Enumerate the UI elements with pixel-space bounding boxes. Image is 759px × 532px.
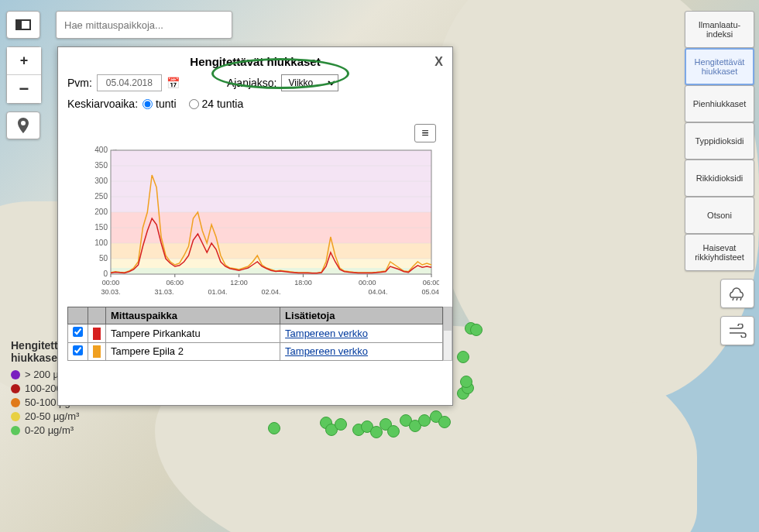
table-row: Tampere Pirkankatu Tampereen verkko	[68, 324, 443, 343]
layer-button-1[interactable]: Hengitettävät hiukkaset	[685, 48, 754, 85]
svg-text:18:00: 18:00	[294, 279, 312, 287]
series-color-swatch	[93, 328, 101, 340]
svg-text:100: 100	[94, 239, 108, 247]
layer-button-2[interactable]: Pienhiukkaset	[685, 85, 754, 122]
dialog-title: Hengitettävät hiukkaset	[190, 55, 320, 68]
legend-title-2: hiukkaset	[11, 352, 61, 364]
zoom-out-button[interactable]: −	[7, 75, 41, 103]
search-input[interactable]	[56, 11, 232, 39]
locate-button[interactable]	[6, 112, 40, 139]
fullscreen-icon	[15, 19, 31, 30]
fullscreen-button[interactable]	[6, 11, 40, 39]
period-select[interactable]: Viikko	[281, 74, 338, 91]
svg-text:05.04.: 05.04.	[421, 288, 439, 296]
station-name: Tampere Epila 2	[106, 342, 280, 361]
legend-dot	[11, 398, 20, 407]
legend-dot	[11, 384, 20, 393]
period-label: Ajanjakso:	[227, 77, 277, 89]
station-marker[interactable]	[268, 422, 280, 434]
svg-rect-1	[16, 20, 22, 29]
pin-icon	[18, 118, 29, 133]
calendar-icon[interactable]: 📅	[167, 76, 180, 90]
station-marker[interactable]	[470, 324, 483, 336]
avg-label: Keskiarvoaika:	[67, 98, 138, 110]
series-color-swatch	[93, 345, 101, 358]
station-marker[interactable]	[457, 351, 469, 363]
avg-24h-radio[interactable]: 24 tuntia	[189, 98, 244, 110]
station-marker[interactable]	[335, 418, 347, 431]
svg-text:12:00: 12:00	[230, 279, 248, 287]
svg-text:06:00: 06:00	[423, 279, 439, 287]
legend-dot	[11, 426, 20, 435]
chart: 05010015020025030035040000:0006:0012:001…	[67, 146, 439, 300]
wind-button[interactable]	[720, 316, 754, 345]
layer-button-4[interactable]: Rikkidioksidi	[685, 160, 754, 197]
station-link[interactable]: Tampereen verkko	[280, 342, 443, 361]
precipitation-button[interactable]	[720, 279, 754, 308]
svg-text:150: 150	[94, 223, 108, 232]
date-label: Pvm:	[67, 77, 92, 89]
close-button[interactable]: X	[434, 55, 443, 69]
row-checkbox[interactable]	[73, 327, 83, 337]
svg-line-3	[737, 298, 737, 300]
svg-text:250: 250	[94, 192, 108, 201]
svg-text:30.03.: 30.03.	[101, 288, 120, 296]
layer-panel: Ilmanlaatu-indeksiHengitettävät hiukkase…	[685, 11, 754, 345]
table-row: Tampere Epila 2 Tampereen verkko	[68, 342, 443, 361]
rain-icon	[728, 286, 747, 301]
station-marker[interactable]	[438, 416, 451, 428]
station-name: Tampere Pirkankatu	[106, 324, 280, 343]
avg-hour-radio[interactable]: tunti	[143, 98, 176, 110]
svg-text:0: 0	[103, 269, 108, 278]
row-checkbox[interactable]	[73, 345, 83, 355]
svg-text:04.04.: 04.04.	[368, 288, 387, 296]
layer-button-6[interactable]: Haisevat rikkiyhdisteet	[685, 234, 754, 271]
wind-icon	[728, 324, 747, 338]
station-table: Mittauspaikka Lisätietoja Tampere Pirkan…	[67, 307, 443, 361]
station-link[interactable]: Tampereen verkko	[280, 324, 443, 343]
svg-rect-7	[111, 243, 431, 259]
station-marker[interactable]	[460, 376, 472, 388]
station-marker[interactable]	[387, 425, 400, 438]
legend-dot	[11, 412, 20, 421]
legend-row: 20-50 µg/m³	[11, 410, 91, 422]
layer-button-0[interactable]: Ilmanlaatu-indeksi	[685, 11, 754, 48]
zoom-in-button[interactable]: +	[7, 47, 41, 75]
svg-line-2	[733, 298, 733, 300]
legend-dot	[11, 370, 20, 379]
svg-text:02.04.: 02.04.	[261, 288, 280, 296]
table-scrollbar[interactable]	[443, 307, 452, 361]
svg-text:01.04.: 01.04.	[208, 288, 227, 296]
chart-dialog: Hengitettävät hiukkaset X Pvm: 📅 Ajanjak…	[57, 46, 453, 406]
station-table-wrap: Mittauspaikka Lisätietoja Tampere Pirkan…	[67, 307, 443, 361]
legend-label: 20-50 µg/m³	[25, 410, 79, 422]
svg-line-4	[740, 298, 741, 300]
svg-text:31.03.: 31.03.	[154, 288, 173, 296]
date-input[interactable]	[97, 74, 162, 91]
th-station: Mittauspaikka	[106, 307, 280, 324]
svg-text:00:00: 00:00	[102, 279, 120, 287]
svg-text:06:00: 06:00	[167, 279, 184, 287]
legend-row: 0-20 µg/m³	[11, 424, 91, 436]
th-info: Lisätietoja	[280, 307, 443, 324]
layer-button-3[interactable]: Typpidioksidi	[685, 122, 754, 160]
legend-label: 0-20 µg/m³	[25, 424, 74, 436]
svg-text:00:00: 00:00	[359, 279, 376, 287]
svg-text:350: 350	[94, 161, 108, 170]
svg-text:300: 300	[94, 177, 108, 185]
svg-rect-6	[111, 259, 431, 268]
station-marker[interactable]	[418, 414, 431, 427]
layer-button-5[interactable]: Otsoni	[685, 197, 754, 234]
svg-text:400: 400	[94, 146, 108, 154]
chart-menu-button[interactable]: ≡	[414, 124, 436, 142]
svg-text:200: 200	[94, 208, 108, 216]
svg-text:50: 50	[99, 254, 108, 263]
